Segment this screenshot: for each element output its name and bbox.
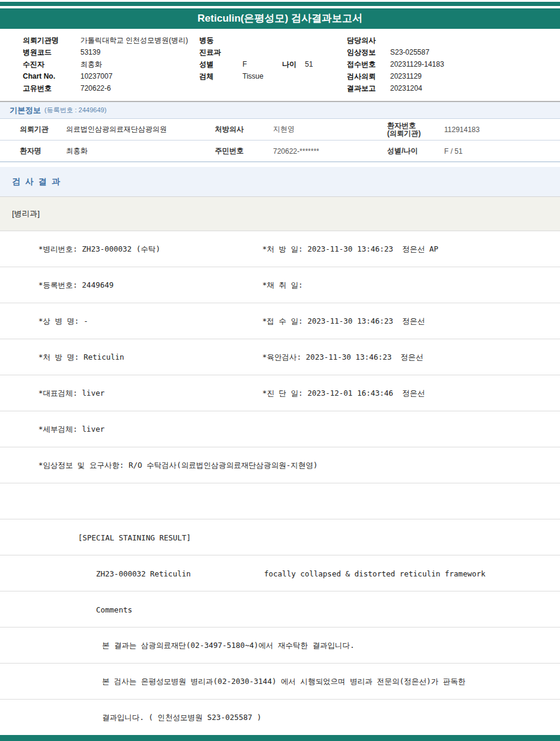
comment-line: 결과입니다. ( 인천성모병원 S23-025587 ) bbox=[102, 712, 261, 722]
field-value: S23-025587 bbox=[390, 48, 429, 56]
field-label: 수진자 bbox=[23, 59, 80, 70]
report-title: Reticulin(은평성모) 검사결과보고서 bbox=[0, 8, 560, 29]
stain-result-row: ZH23-000032 Reticulin focally collapsed … bbox=[0, 555, 560, 591]
stain-name: Reticulin bbox=[150, 569, 191, 578]
field-label: 병원코드 bbox=[23, 47, 80, 58]
result-row: *처 방 명: Reticulin *육안검사: 2023-11-30 13:4… bbox=[0, 339, 560, 375]
comment-row: 결과입니다. ( 인천성모병원 S23-025587 ) bbox=[0, 700, 560, 736]
field-label: 의뢰기관명 bbox=[23, 35, 80, 46]
field-value: 최홍화 bbox=[80, 59, 102, 70]
cell-label: 환자명 bbox=[0, 146, 66, 156]
cell-label: 의뢰기관 bbox=[0, 124, 66, 135]
comments-title-row: Comments bbox=[0, 591, 560, 628]
field-value: 51 bbox=[305, 60, 313, 68]
header-row: 병원코드 53139 bbox=[23, 46, 199, 58]
header-row: 성별 F 나이 51 bbox=[199, 58, 347, 70]
comment-row: 본 결과는 삼광의료재단(02-3497-5180~4)에서 재수탁한 결과입니… bbox=[0, 628, 560, 664]
result-left: *처 방 명: Reticulin bbox=[38, 352, 124, 362]
result-row: *등록번호: 2449649 *채 취 일: bbox=[0, 267, 560, 303]
header-right-column: 담당의사 임상정보 S23-025587 접수번호 20231129-14183… bbox=[347, 34, 560, 97]
section-title: 기본정보 bbox=[10, 105, 41, 116]
basic-info-section-header: 기본정보 (등록번호 : 2449649) bbox=[0, 102, 560, 119]
header-row: 고유번호 720622-6 bbox=[23, 82, 199, 94]
comment-line: 본 검사는 은평성모병원 병리과(02-2030-3144) 에서 시행되었으며… bbox=[102, 676, 466, 686]
result-row-empty bbox=[0, 483, 560, 519]
result-left: *임상정보 및 요구사항: R/O 수탁검사(의료법인삼광의료재단삼광의원-지현… bbox=[38, 460, 318, 470]
field-label: 성별 bbox=[199, 59, 242, 70]
table-row: 환자명 최홍화 주민번호 720622-******* 성별/나이 F / 51 bbox=[0, 141, 560, 162]
cell-label-line1: 환자번호 bbox=[387, 122, 444, 130]
field-label: 나이 bbox=[282, 59, 305, 70]
top-border-bar bbox=[0, 2, 560, 6]
field-label: 결과보고 bbox=[347, 83, 390, 94]
result-row: *대표검체: liver *진 단 일: 2023-12-01 16:43:46… bbox=[0, 375, 560, 411]
result-right: *육안검사: 2023-11-30 13:46:23 정은선 bbox=[262, 352, 423, 362]
header-row: 임상정보 S23-025587 bbox=[347, 46, 560, 58]
result-left: *등록번호: 2449649 bbox=[38, 280, 113, 290]
header-row: 의뢰기관명 가톨릭대학교 인천성모병원(병리) bbox=[23, 34, 199, 46]
field-value: 10237007 bbox=[80, 72, 112, 80]
header-row: 결과보고 20231204 bbox=[347, 82, 560, 94]
cell-label-line2: (의뢰기관) bbox=[387, 130, 444, 138]
header-row: 병동 bbox=[199, 34, 347, 46]
field-label: 검사의뢰 bbox=[347, 71, 390, 82]
stain-code: ZH23-000032 bbox=[96, 569, 146, 578]
header-row: 담당의사 bbox=[347, 34, 560, 46]
results-section-header: 검 사 결 과 bbox=[0, 167, 560, 197]
field-label: 담당의사 bbox=[347, 35, 390, 46]
field-value: 53139 bbox=[80, 48, 100, 56]
cell-label: 주민번호 bbox=[215, 146, 273, 156]
cell-value: 720622-******* bbox=[273, 147, 387, 156]
field-value: Tissue bbox=[242, 72, 263, 80]
header-row: 검체 Tissue bbox=[199, 70, 347, 82]
patient-header: 의뢰기관명 가톨릭대학교 인천성모병원(병리) 병원코드 53139 수진자 최… bbox=[0, 29, 560, 101]
field-value: F bbox=[242, 60, 282, 68]
header-left-column: 의뢰기관명 가톨릭대학교 인천성모병원(병리) 병원코드 53139 수진자 최… bbox=[23, 34, 199, 97]
result-left: *병리번호: ZH23-000032 (수탁) bbox=[38, 244, 160, 254]
field-label: 검체 bbox=[199, 71, 242, 82]
field-value: 20231129-14183 bbox=[390, 60, 444, 68]
header-row: 수진자 최홍화 bbox=[23, 58, 199, 70]
header-row: 접수번호 20231129-14183 bbox=[347, 58, 560, 70]
lab-report-page: Reticulin(은평성모) 검사결과보고서 의뢰기관명 가톨릭대학교 인천성… bbox=[0, 2, 560, 736]
comments-title: Comments bbox=[96, 605, 132, 614]
result-row: *병리번호: ZH23-000032 (수탁) *처 방 일: 2023-11-… bbox=[0, 231, 560, 267]
cell-label: 성별/나이 bbox=[387, 147, 444, 155]
field-label: 접수번호 bbox=[347, 59, 390, 70]
field-label: 임상정보 bbox=[347, 47, 390, 58]
header-row: 검사의뢰 20231129 bbox=[347, 70, 560, 82]
cell-value: 112914183 bbox=[444, 126, 560, 134]
result-row: *세부검체: liver bbox=[0, 411, 560, 447]
cell-value: 최홍화 bbox=[66, 146, 215, 156]
cell-label: 처방의사 bbox=[215, 124, 273, 135]
section-title: 검 사 결 과 bbox=[12, 177, 61, 187]
table-row: 의뢰기관 의료법인삼광의료재단삼광의원 처방의사 지현영 환자번호 (의뢰기관)… bbox=[0, 119, 560, 141]
cell-value: 의료법인삼광의료재단삼광의원 bbox=[66, 124, 215, 135]
cell-value: F / 51 bbox=[444, 147, 560, 156]
result-left: *세부검체: liver bbox=[38, 424, 104, 434]
field-value: 가톨릭대학교 인천성모병원(병리) bbox=[80, 35, 188, 46]
stain-result: focally collapsed & distorted reticulin … bbox=[264, 569, 486, 578]
header-middle-column: 병동 진료과 성별 F 나이 51 검체 Tissue bbox=[199, 34, 347, 97]
field-value: 20231204 bbox=[390, 84, 422, 92]
comment-line: 본 결과는 삼광의료재단(02-3497-5180~4)에서 재수탁한 결과입니… bbox=[102, 640, 355, 650]
result-right: *처 방 일: 2023-11-30 13:46:23 정은선 AP bbox=[262, 244, 438, 254]
basic-info-table: 의뢰기관 의료법인삼광의료재단삼광의원 처방의사 지현영 환자번호 (의뢰기관)… bbox=[0, 119, 560, 162]
result-row: *임상정보 및 요구사항: R/O 수탁검사(의료법인삼광의료재단삼광의원-지현… bbox=[0, 447, 560, 483]
header-row: 진료과 bbox=[199, 46, 347, 58]
comment-row: 본 검사는 은평성모병원 병리과(02-2030-3144) 에서 시행되었으며… bbox=[0, 664, 560, 700]
field-value: 20231129 bbox=[390, 72, 422, 80]
result-right: *채 취 일: bbox=[262, 280, 303, 290]
department-band: [병리과] bbox=[0, 197, 560, 231]
field-label: 고유번호 bbox=[23, 83, 80, 94]
result-row: *상 병 명: - *접 수 일: 2023-11-30 13:46:23 정은… bbox=[0, 303, 560, 339]
special-staining-title-row: [SPECIAL STAINING RESULT] bbox=[0, 519, 560, 555]
field-label: Chart No. bbox=[23, 72, 80, 80]
special-staining-title: [SPECIAL STAINING RESULT] bbox=[78, 533, 191, 542]
cell-label: 환자번호 (의뢰기관) bbox=[387, 122, 444, 138]
field-label: 진료과 bbox=[199, 47, 242, 58]
bottom-border-bar bbox=[0, 735, 560, 741]
result-left: *상 병 명: - bbox=[38, 316, 88, 326]
field-label: 병동 bbox=[199, 35, 242, 46]
field-value: 720622-6 bbox=[80, 84, 111, 92]
